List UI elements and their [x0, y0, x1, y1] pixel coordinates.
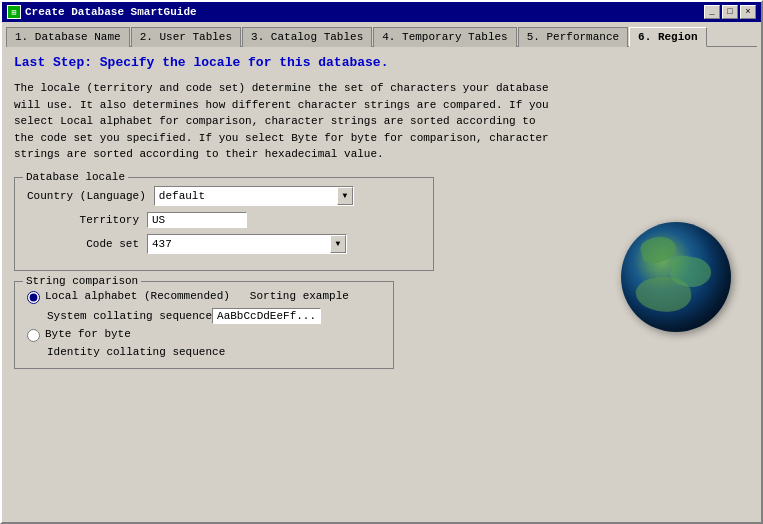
code-set-value: 437	[148, 237, 330, 251]
sorting-example-col: Sorting example	[250, 290, 349, 302]
territory-row: Territory US	[27, 212, 421, 228]
country-row: Country (Language) default ▼	[27, 186, 421, 206]
string-comparison-group: String comparison Local alphabet (Recomm…	[14, 281, 394, 369]
territory-value: US	[147, 212, 247, 228]
close-button[interactable]: ×	[740, 5, 756, 19]
globe-land	[635, 275, 693, 315]
globe-decoration	[621, 222, 731, 332]
window-controls: _ □ ×	[704, 5, 756, 19]
local-alphabet-row: Local alphabet (Recommended)	[27, 290, 230, 304]
globe-image	[621, 222, 731, 332]
byte-for-byte-row: Byte for byte	[27, 328, 381, 342]
system-collating-value: AaBbCcDdEeFf...	[212, 308, 321, 324]
maximize-button[interactable]: □	[722, 5, 738, 19]
tabs-bar: 1. Database Name 2. User Tables 3. Catal…	[2, 22, 761, 46]
database-locale-group: Database locale Country (Language) defau…	[14, 177, 434, 271]
title-bar: ⊞ Create Database SmartGuide _ □ ×	[2, 2, 761, 22]
identity-collating-row: Identity collating sequence	[47, 346, 381, 358]
main-window: ⊞ Create Database SmartGuide _ □ × 1. Da…	[0, 0, 763, 524]
country-label: Country (Language)	[27, 190, 154, 202]
minimize-button[interactable]: _	[704, 5, 720, 19]
country-dropdown-btn[interactable]: ▼	[337, 187, 353, 205]
local-alphabet-label: Local alphabet (Recommended)	[45, 290, 230, 302]
local-alphabet-radio[interactable]	[27, 291, 40, 304]
tab-performance[interactable]: 5. Performance	[518, 27, 628, 47]
description: The locale (territory and code set) dete…	[14, 80, 554, 163]
code-set-label: Code set	[27, 238, 147, 250]
step-title: Last Step: Specify the locale for this d…	[14, 55, 749, 70]
tab-catalog-tables[interactable]: 3. Catalog Tables	[242, 27, 372, 47]
tab-database-name[interactable]: 1. Database Name	[6, 27, 130, 47]
tab-user-tables[interactable]: 2. User Tables	[131, 27, 241, 47]
territory-label: Territory	[27, 214, 147, 226]
tab-region[interactable]: 6. Region	[629, 27, 706, 47]
app-icon: ⊞	[7, 5, 21, 19]
tab-temporary-tables[interactable]: 4. Temporary Tables	[373, 27, 516, 47]
sorting-example-header: Sorting example	[250, 290, 349, 302]
country-select[interactable]: default ▼	[154, 186, 354, 206]
code-set-dropdown-btn[interactable]: ▼	[330, 235, 346, 253]
byte-for-byte-label: Byte for byte	[45, 328, 131, 340]
byte-for-byte-radio[interactable]	[27, 329, 40, 342]
country-value: default	[155, 189, 337, 203]
code-set-select[interactable]: 437 ▼	[147, 234, 347, 254]
identity-collating-label: Identity collating sequence	[47, 346, 225, 358]
database-locale-label: Database locale	[23, 171, 128, 183]
code-set-row: Code set 437 ▼	[27, 234, 421, 254]
local-alphabet-section: Local alphabet (Recommended) Sorting exa…	[27, 290, 381, 304]
system-collating-label: System collating sequence	[47, 310, 212, 322]
collating-row: System collating sequence AaBbCcDdEeFf..…	[27, 308, 381, 324]
string-comparison-label: String comparison	[23, 275, 141, 287]
window-title: Create Database SmartGuide	[25, 6, 197, 18]
